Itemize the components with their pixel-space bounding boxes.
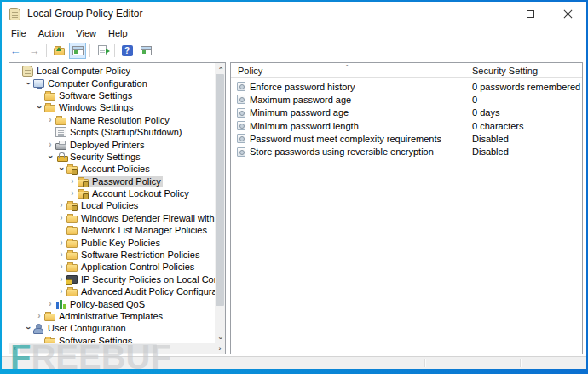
tree-item[interactable]: User Configuration (9, 322, 215, 334)
scroll-right-icon[interactable]: › (215, 343, 225, 354)
tree-vertical-scrollbar[interactable]: › › (215, 63, 225, 343)
tree-item[interactable]: Application Control Policies (9, 261, 215, 273)
export-list-button[interactable] (94, 43, 111, 59)
chevron-icon[interactable] (56, 164, 66, 174)
status-bar-divider (520, 359, 521, 367)
chevron-icon[interactable] (23, 78, 33, 89)
maximize-icon (527, 10, 534, 18)
chevron-icon[interactable] (45, 152, 55, 162)
tree-item[interactable]: Local Computer Policy (9, 65, 215, 77)
chevron-icon[interactable] (56, 200, 66, 210)
console-window-button[interactable] (137, 43, 154, 59)
chevron-icon[interactable] (56, 286, 66, 296)
chevron-icon[interactable] (45, 140, 55, 150)
tree-item[interactable]: Windows Defender Firewall with Adva (9, 212, 215, 224)
export-list-icon (98, 45, 107, 55)
status-bar (2, 356, 586, 369)
show-console-tree-button[interactable] (69, 43, 86, 59)
tree-horizontal-scrollbar[interactable]: › › (9, 343, 225, 354)
vertical-scroll-thumb[interactable] (216, 74, 224, 306)
chevron-icon[interactable] (45, 299, 55, 309)
tree-item[interactable]: Account Policies (9, 163, 215, 175)
tree-item[interactable]: Name Resolution Policy (9, 114, 215, 126)
policy-list-pane: Policy Security Setting › Enforce passwo… (230, 62, 583, 354)
tree-item[interactable]: Policy-based QoS (9, 297, 215, 309)
window-body: Local Group Policy Editor FileActionView… (2, 2, 586, 369)
maximize-button[interactable] (511, 2, 549, 26)
chevron-icon[interactable] (45, 115, 55, 125)
tree-item[interactable]: Network List Manager Policies (9, 224, 215, 236)
column-header-setting[interactable]: Security Setting (465, 63, 582, 78)
tree-item[interactable]: Local Policies (9, 199, 215, 211)
policy-doc-icon (237, 147, 245, 157)
tree-item[interactable]: Advanced Audit Policy Configuration (9, 285, 215, 297)
toolbar: ← → ? (2, 41, 586, 60)
help-button[interactable]: ? (118, 43, 135, 59)
tree-item-icon (33, 324, 44, 334)
tree-item[interactable]: Deployed Printers (9, 138, 215, 150)
minimize-icon (488, 14, 497, 14)
scroll-left-icon[interactable]: › (9, 343, 20, 354)
toolbar-separator (114, 44, 115, 57)
close-button[interactable] (549, 2, 586, 26)
policy-doc-icon (237, 121, 245, 130)
tree-item-label: Local Policies (81, 200, 138, 210)
policy-row[interactable]: Minimum password age 0 days (231, 106, 582, 119)
chevron-icon[interactable] (23, 323, 33, 333)
tree-item-icon (44, 93, 55, 101)
tree-item-label: Windows Settings (59, 102, 133, 112)
tree-item[interactable]: Software Settings (9, 335, 215, 343)
policy-row[interactable]: Enforce password history 0 passwords rem… (231, 80, 582, 93)
tree-item[interactable]: Security Settings (9, 151, 215, 163)
chevron-icon[interactable] (56, 238, 66, 248)
tree-item[interactable]: Software Settings (9, 89, 215, 101)
tree-item[interactable]: Scripts (Startup/Shutdown) (9, 126, 215, 138)
menu-item[interactable]: File (5, 26, 32, 40)
menu-item[interactable]: Help (102, 26, 134, 40)
tree-item-label: Software Restriction Policies (81, 250, 199, 260)
up-folder-icon (54, 48, 65, 55)
tree-item[interactable]: Administrative Templates (9, 310, 215, 322)
menu-bar: FileActionViewHelp (2, 26, 586, 41)
console-window-icon (141, 46, 152, 55)
tree-item-icon (44, 314, 55, 321)
tree-item[interactable]: Software Restriction Policies (9, 249, 215, 261)
forward-arrow-icon: → (29, 45, 40, 56)
tree-item-icon (57, 156, 68, 162)
tree-item-icon (66, 275, 78, 284)
scroll-up-icon[interactable]: › (215, 63, 225, 73)
tree-item[interactable]: Account Lockout Policy (9, 187, 215, 199)
tree-item-icon (55, 300, 66, 309)
tree-item-label: Public Key Policies (81, 238, 160, 248)
tree-item[interactable]: Windows Settings (9, 101, 215, 113)
tree-item[interactable]: Public Key Policies (9, 236, 215, 248)
menu-item[interactable]: View (70, 26, 102, 40)
policy-row[interactable]: Maximum password age 0 (231, 93, 582, 106)
tree-item-label: Deployed Printers (70, 140, 144, 150)
horizontal-scroll-thumb[interactable] (20, 344, 157, 353)
up-one-level-button[interactable] (50, 43, 67, 59)
tree-item-label: Scripts (Startup/Shutdown) (70, 127, 182, 137)
policy-row[interactable]: Store passwords using reversible encrypt… (231, 145, 582, 158)
policy-list: Enforce password history 0 passwords rem… (231, 80, 582, 158)
chevron-icon[interactable] (56, 250, 66, 260)
policy-row[interactable]: Minimum password length 0 characters (231, 119, 582, 132)
scroll-down-icon[interactable]: › (215, 333, 225, 343)
policy-doc-icon (237, 95, 245, 104)
chevron-icon[interactable] (56, 262, 66, 272)
menu-item[interactable]: Action (32, 26, 71, 40)
chevron-icon[interactable] (67, 188, 78, 199)
tree-item[interactable]: Password Policy (9, 175, 215, 187)
forward-button[interactable]: → (26, 43, 43, 59)
chevron-icon[interactable] (34, 311, 44, 321)
policy-row[interactable]: Password must meet complexity requiremen… (231, 132, 582, 145)
back-button[interactable]: ← (7, 43, 24, 59)
chevron-icon[interactable] (34, 102, 44, 112)
tree-item[interactable]: IP Security Policies on Local Compute (9, 273, 215, 285)
tree-item-label: Account Policies (81, 164, 150, 174)
chevron-icon[interactable] (56, 213, 66, 223)
minimize-button[interactable] (474, 2, 511, 26)
chevron-icon[interactable] (67, 176, 78, 187)
tree-item[interactable]: Computer Configuration (9, 77, 215, 89)
tree-item-icon (55, 118, 66, 125)
